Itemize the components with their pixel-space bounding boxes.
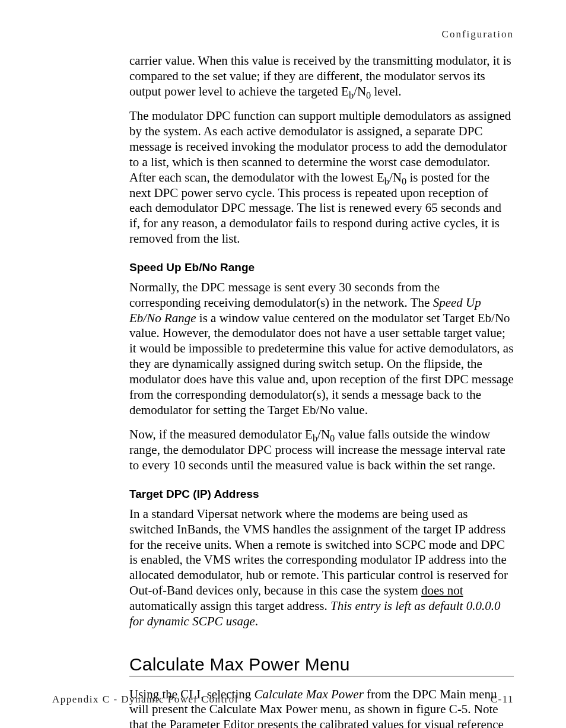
p5-underline: does not — [421, 583, 463, 597]
page-footer: Appendix C - Dynamic Power Control C-11 — [52, 694, 514, 705]
p4-text-b: /N — [317, 427, 330, 441]
heading-rule — [129, 676, 514, 676]
body-paragraph-6: Using the CLI, selecting Calculate Max P… — [129, 687, 514, 729]
body-paragraph-5: In a standard Vipersat network where the… — [129, 507, 514, 630]
heading-speed-up-ebno-range: Speed Up Eb/No Range — [129, 261, 514, 274]
p5-text-c: . — [255, 614, 258, 628]
p3-text-a: Normally, the DPC message is sent every … — [129, 280, 440, 310]
p1-text-b: /N — [354, 84, 366, 98]
p4-text-a: Now, if the measured demodulator E — [129, 427, 313, 441]
body-paragraph-2: The modulator DPC function can support m… — [129, 109, 514, 246]
p3-text-b: is a window value centered on the modula… — [129, 311, 514, 417]
body-paragraph-3: Normally, the DPC message is sent every … — [129, 280, 514, 418]
p5-text-b: automatically assign this target address… — [129, 599, 330, 613]
running-head: Configuration — [52, 28, 514, 40]
p1-sub-b: b — [349, 90, 354, 101]
heading-calculate-max-power-menu: Calculate Max Power Menu — [129, 654, 514, 675]
heading-target-dpc-ip-address: Target DPC (IP) Address — [129, 488, 514, 501]
p1-text-c: level. — [371, 84, 401, 98]
p1-text-a: carrier value. When this value is receiv… — [129, 53, 511, 98]
body-paragraph-1: carrier value. When this value is receiv… — [129, 53, 514, 99]
footer-right: C-11 — [491, 694, 514, 705]
p2-text-b: /N — [389, 170, 402, 185]
body-paragraph-4: Now, if the measured demodulator Eb/N0 v… — [129, 427, 514, 473]
footer-left: Appendix C - Dynamic Power Control — [52, 694, 239, 705]
